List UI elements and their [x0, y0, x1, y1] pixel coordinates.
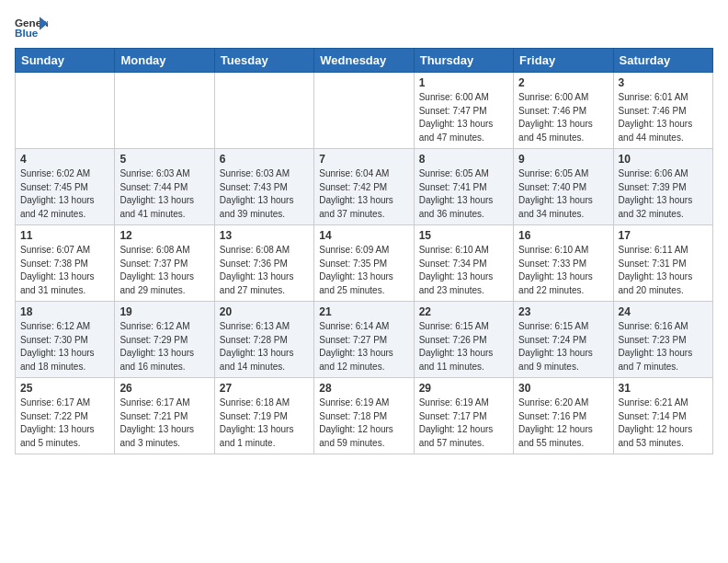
day-info: Sunrise: 6:06 AMSunset: 7:39 PMDaylight:…: [619, 167, 708, 221]
day-info: Sunrise: 6:08 AMSunset: 7:36 PMDaylight:…: [220, 244, 309, 297]
day-number: 16: [518, 229, 608, 242]
day-header-saturday: Saturday: [613, 49, 712, 73]
page-header: General Blue: [15, 15, 713, 40]
calendar-cell: [115, 73, 214, 149]
day-header-wednesday: Wednesday: [314, 49, 414, 73]
day-header-sunday: Sunday: [16, 49, 115, 73]
day-info: Sunrise: 6:03 AMSunset: 7:43 PMDaylight:…: [220, 167, 309, 221]
calendar-cell: 3Sunrise: 6:01 AMSunset: 7:46 PMDaylight…: [613, 73, 712, 149]
day-number: 12: [119, 229, 209, 242]
day-info: Sunrise: 6:09 AMSunset: 7:35 PMDaylight:…: [319, 244, 408, 297]
calendar-cell: 25Sunrise: 6:17 AMSunset: 7:22 PMDayligh…: [16, 378, 115, 454]
calendar-cell: 31Sunrise: 6:21 AMSunset: 7:14 PMDayligh…: [613, 378, 712, 454]
day-number: 19: [119, 305, 209, 318]
day-info: Sunrise: 6:20 AMSunset: 7:16 PMDaylight:…: [518, 396, 608, 450]
day-info: Sunrise: 6:08 AMSunset: 7:37 PMDaylight:…: [119, 244, 209, 297]
day-info: Sunrise: 6:05 AMSunset: 7:41 PMDaylight:…: [419, 167, 508, 221]
calendar-cell: 28Sunrise: 6:19 AMSunset: 7:18 PMDayligh…: [314, 378, 414, 454]
calendar-cell: 24Sunrise: 6:16 AMSunset: 7:23 PMDayligh…: [613, 302, 712, 378]
calendar-cell: 17Sunrise: 6:11 AMSunset: 7:31 PMDayligh…: [613, 225, 712, 302]
day-info: Sunrise: 6:04 AMSunset: 7:42 PMDaylight:…: [319, 167, 408, 221]
calendar-cell: [16, 73, 115, 149]
day-info: Sunrise: 6:13 AMSunset: 7:28 PMDaylight:…: [220, 320, 309, 373]
calendar-cell: 1Sunrise: 6:00 AMSunset: 7:47 PMDaylight…: [414, 73, 513, 149]
day-info: Sunrise: 6:10 AMSunset: 7:33 PMDaylight:…: [518, 244, 608, 297]
day-info: Sunrise: 6:16 AMSunset: 7:23 PMDaylight:…: [619, 320, 708, 373]
day-number: 28: [319, 382, 408, 395]
day-header-thursday: Thursday: [414, 49, 513, 73]
day-info: Sunrise: 6:15 AMSunset: 7:26 PMDaylight:…: [419, 320, 508, 373]
day-header-friday: Friday: [514, 49, 613, 73]
calendar-cell: 4Sunrise: 6:02 AMSunset: 7:45 PMDaylight…: [16, 149, 115, 225]
day-number: 24: [619, 305, 708, 318]
calendar-cell: 12Sunrise: 6:08 AMSunset: 7:37 PMDayligh…: [115, 225, 214, 302]
day-info: Sunrise: 6:19 AMSunset: 7:18 PMDaylight:…: [319, 396, 408, 450]
day-info: Sunrise: 6:15 AMSunset: 7:24 PMDaylight:…: [518, 320, 608, 373]
day-number: 20: [220, 305, 309, 318]
day-info: Sunrise: 6:00 AMSunset: 7:46 PMDaylight:…: [518, 91, 608, 144]
day-number: 25: [20, 382, 109, 395]
calendar-cell: 22Sunrise: 6:15 AMSunset: 7:26 PMDayligh…: [414, 302, 513, 378]
day-number: 5: [119, 153, 209, 166]
calendar-cell: 30Sunrise: 6:20 AMSunset: 7:16 PMDayligh…: [514, 378, 613, 454]
day-number: 22: [419, 305, 508, 318]
day-info: Sunrise: 6:11 AMSunset: 7:31 PMDaylight:…: [619, 244, 708, 297]
day-info: Sunrise: 6:12 AMSunset: 7:29 PMDaylight:…: [119, 320, 209, 373]
logo-icon: General Blue: [15, 15, 48, 40]
day-number: 14: [319, 229, 408, 242]
day-number: 4: [20, 153, 109, 166]
calendar-cell: [214, 73, 313, 149]
day-info: Sunrise: 6:01 AMSunset: 7:46 PMDaylight:…: [619, 91, 708, 144]
day-info: Sunrise: 6:21 AMSunset: 7:14 PMDaylight:…: [619, 396, 708, 450]
svg-text:Blue: Blue: [15, 27, 39, 39]
day-number: 27: [220, 382, 309, 395]
day-number: 9: [518, 153, 608, 166]
calendar-cell: 6Sunrise: 6:03 AMSunset: 7:43 PMDaylight…: [214, 149, 313, 225]
calendar-cell: 9Sunrise: 6:05 AMSunset: 7:40 PMDaylight…: [514, 149, 613, 225]
day-info: Sunrise: 6:10 AMSunset: 7:34 PMDaylight:…: [419, 244, 508, 297]
calendar-cell: 10Sunrise: 6:06 AMSunset: 7:39 PMDayligh…: [613, 149, 712, 225]
day-number: 13: [220, 229, 309, 242]
calendar-cell: 20Sunrise: 6:13 AMSunset: 7:28 PMDayligh…: [214, 302, 313, 378]
day-info: Sunrise: 6:19 AMSunset: 7:17 PMDaylight:…: [419, 396, 508, 450]
day-info: Sunrise: 6:02 AMSunset: 7:45 PMDaylight:…: [20, 167, 109, 221]
calendar-cell: 7Sunrise: 6:04 AMSunset: 7:42 PMDaylight…: [314, 149, 414, 225]
calendar-table: SundayMondayTuesdayWednesdayThursdayFrid…: [15, 48, 713, 454]
day-info: Sunrise: 6:00 AMSunset: 7:47 PMDaylight:…: [419, 91, 508, 144]
day-number: 7: [319, 153, 408, 166]
day-number: 30: [518, 382, 608, 395]
calendar-cell: 21Sunrise: 6:14 AMSunset: 7:27 PMDayligh…: [314, 302, 414, 378]
day-number: 23: [518, 305, 608, 318]
calendar-cell: 13Sunrise: 6:08 AMSunset: 7:36 PMDayligh…: [214, 225, 313, 302]
day-number: 3: [619, 76, 708, 89]
day-info: Sunrise: 6:07 AMSunset: 7:38 PMDaylight:…: [20, 244, 109, 297]
day-number: 11: [20, 229, 109, 242]
calendar-cell: 11Sunrise: 6:07 AMSunset: 7:38 PMDayligh…: [16, 225, 115, 302]
day-number: 17: [619, 229, 708, 242]
day-number: 10: [619, 153, 708, 166]
day-info: Sunrise: 6:12 AMSunset: 7:30 PMDaylight:…: [20, 320, 109, 373]
calendar-cell: 19Sunrise: 6:12 AMSunset: 7:29 PMDayligh…: [115, 302, 214, 378]
calendar-cell: 18Sunrise: 6:12 AMSunset: 7:30 PMDayligh…: [16, 302, 115, 378]
day-number: 21: [319, 305, 408, 318]
day-info: Sunrise: 6:14 AMSunset: 7:27 PMDaylight:…: [319, 320, 408, 373]
day-number: 2: [518, 76, 608, 89]
day-number: 31: [619, 382, 708, 395]
day-number: 1: [419, 76, 508, 89]
calendar-cell: 16Sunrise: 6:10 AMSunset: 7:33 PMDayligh…: [514, 225, 613, 302]
calendar-cell: [314, 73, 414, 149]
day-info: Sunrise: 6:05 AMSunset: 7:40 PMDaylight:…: [518, 167, 608, 221]
day-number: 15: [419, 229, 508, 242]
day-number: 8: [419, 153, 508, 166]
calendar-cell: 26Sunrise: 6:17 AMSunset: 7:21 PMDayligh…: [115, 378, 214, 454]
day-header-tuesday: Tuesday: [214, 49, 313, 73]
logo: General Blue: [15, 15, 48, 40]
calendar-cell: 29Sunrise: 6:19 AMSunset: 7:17 PMDayligh…: [414, 378, 513, 454]
day-number: 29: [419, 382, 508, 395]
day-number: 6: [220, 153, 309, 166]
day-info: Sunrise: 6:17 AMSunset: 7:21 PMDaylight:…: [119, 396, 209, 450]
calendar-cell: 2Sunrise: 6:00 AMSunset: 7:46 PMDaylight…: [514, 73, 613, 149]
day-info: Sunrise: 6:03 AMSunset: 7:44 PMDaylight:…: [119, 167, 209, 221]
calendar-cell: 23Sunrise: 6:15 AMSunset: 7:24 PMDayligh…: [514, 302, 613, 378]
day-info: Sunrise: 6:18 AMSunset: 7:19 PMDaylight:…: [220, 396, 309, 450]
